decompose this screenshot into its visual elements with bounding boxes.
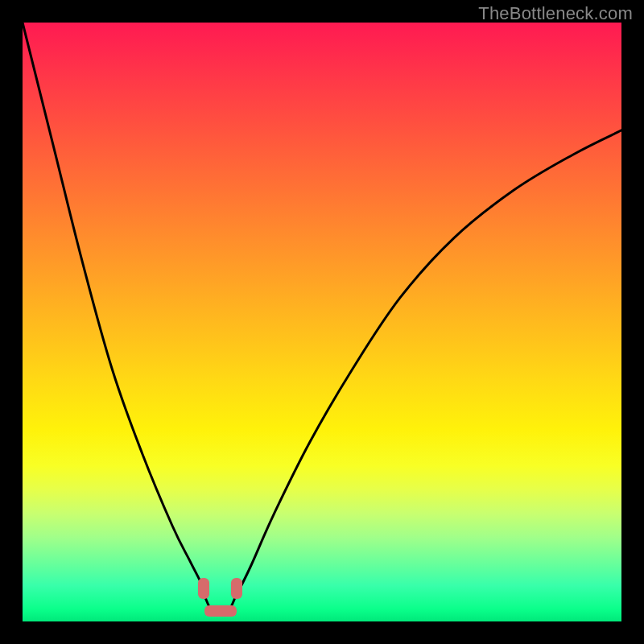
chart-frame: TheBottleneck.com	[0, 0, 644, 644]
curve-right-branch	[235, 130, 621, 597]
curve-layer	[23, 23, 621, 621]
curve-left-branch	[23, 23, 205, 597]
plot-area	[23, 23, 621, 621]
watermark-text: TheBottleneck.com	[478, 3, 633, 24]
curve-valley-floor	[205, 597, 235, 613]
